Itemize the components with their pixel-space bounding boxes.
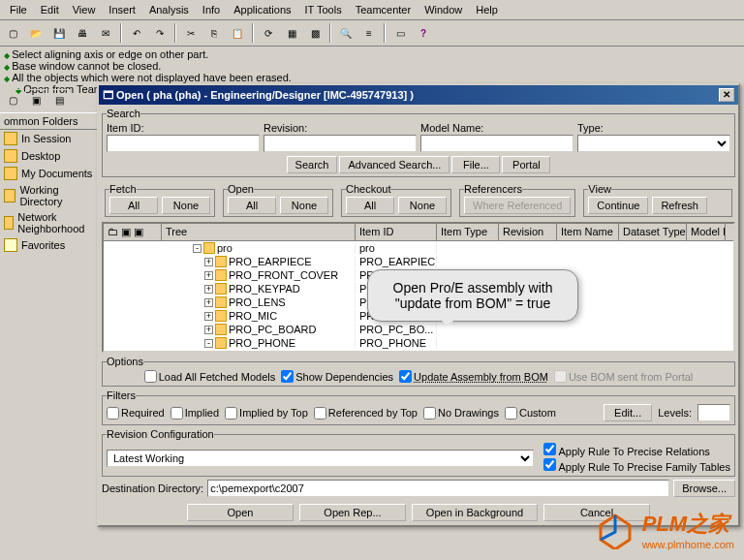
dialog-titlebar[interactable]: 🗔 Open ( pha (pha) - Engineering/Designe… xyxy=(99,85,738,105)
refresh-button[interactable]: Refresh xyxy=(652,197,707,214)
filter-custom[interactable]: Custom xyxy=(505,407,556,420)
portal-button[interactable]: Portal xyxy=(502,156,550,173)
search-button[interactable]: Search xyxy=(287,156,338,173)
use-bom-checkbox: Use BOM sent from Portal xyxy=(554,370,693,383)
file-button[interactable]: File... xyxy=(451,156,500,173)
sb-icon-3[interactable]: ▤ xyxy=(48,89,70,110)
search-icon[interactable]: 🔍 xyxy=(335,22,356,44)
col-item-id[interactable]: Item ID xyxy=(356,224,437,240)
filter-ref-top[interactable]: Referenced by Top xyxy=(314,407,418,420)
print-icon[interactable]: 🖶 xyxy=(72,22,93,44)
help-icon[interactable]: ? xyxy=(413,22,434,44)
menu-file[interactable]: File xyxy=(4,2,33,17)
type-select[interactable] xyxy=(577,135,730,152)
advanced-search-button[interactable]: Advanced Search... xyxy=(339,156,450,173)
fetch-group: FetchAllNone xyxy=(105,183,215,217)
tree-row[interactable]: +PRO_EARPIECEPRO_EARPIECE xyxy=(104,255,733,268)
filter-edit-button[interactable]: Edit... xyxy=(604,404,652,421)
menu-applications[interactable]: Applications xyxy=(228,2,296,17)
fetch-none-button[interactable]: None xyxy=(162,197,210,214)
sb-icon-2[interactable]: ▣ xyxy=(25,89,46,110)
undo-icon[interactable]: ↶ xyxy=(126,22,147,44)
open-button[interactable]: Open xyxy=(187,504,294,521)
update-bom-checkbox[interactable]: Update Assembly from BOM xyxy=(399,370,548,383)
sidebar-item-my-documents[interactable]: My Documents xyxy=(0,165,97,182)
menu-view[interactable]: View xyxy=(67,2,102,17)
view-group: ViewContinueRefresh xyxy=(583,183,732,217)
regen-icon[interactable]: ⟳ xyxy=(258,22,279,44)
open-icon[interactable]: 📂 xyxy=(25,22,46,44)
box-icon[interactable]: ▭ xyxy=(389,22,411,44)
sidebar-item-desktop[interactable]: Desktop xyxy=(0,147,97,165)
menu-edit[interactable]: Edit xyxy=(35,2,65,17)
col-model[interactable]: Model I xyxy=(687,224,726,240)
menu-window[interactable]: Window xyxy=(418,2,468,17)
browse-button[interactable]: Browse... xyxy=(673,480,735,497)
referencers-group: ReferencersWhere Referenced xyxy=(459,183,575,217)
cut-icon[interactable]: ✂ xyxy=(180,22,202,44)
sidebar-item-network[interactable]: Network Neighborhood xyxy=(0,209,97,236)
mail-icon[interactable]: ✉ xyxy=(95,22,116,44)
menu-it-tools[interactable]: IT Tools xyxy=(299,2,348,17)
tree-row[interactable]: -PRO_PHONE/APRO_PHONE xyxy=(104,350,733,353)
apply-family-tables-checkbox[interactable]: Apply Rule To Precise Family Tables xyxy=(543,458,730,473)
show-deps-checkbox[interactable]: Show Dependencies xyxy=(281,370,393,383)
apply-relations-checkbox[interactable]: Apply Rule To Precise Relations xyxy=(543,443,730,457)
layers-icon[interactable]: ≡ xyxy=(358,22,380,44)
new-icon[interactable]: ▢ xyxy=(2,22,23,44)
filter-no-drawings[interactable]: No Drawings xyxy=(423,407,499,420)
view1-icon[interactable]: ▦ xyxy=(281,22,302,44)
fetch-all-button[interactable]: All xyxy=(109,197,158,214)
col-item-type[interactable]: Item Type xyxy=(437,224,499,240)
search-group: Search Item ID: Revision: Model Name: Ty… xyxy=(102,108,735,177)
filter-required[interactable]: Required xyxy=(107,407,165,420)
revision-input[interactable] xyxy=(264,135,417,152)
revision-rule-select[interactable]: Latest Working xyxy=(107,450,534,467)
menu-insert[interactable]: Insert xyxy=(103,2,141,17)
view2-icon[interactable]: ▩ xyxy=(304,22,326,44)
filter-implied-top[interactable]: Implied by Top xyxy=(225,407,308,420)
save-icon[interactable]: 💾 xyxy=(48,22,70,44)
msg-2: Base window cannot be closed. xyxy=(4,60,740,72)
menu-teamcenter[interactable]: Teamcenter xyxy=(350,2,417,17)
checkout-none-button[interactable]: None xyxy=(398,197,447,214)
col-revision[interactable]: Revision xyxy=(499,224,557,240)
open-bg-button[interactable]: Open in Background xyxy=(412,504,538,521)
open-all-button[interactable]: All xyxy=(228,197,276,214)
annotation-callout: Open Pro/E assembly with "update from BO… xyxy=(367,269,578,322)
network-icon xyxy=(4,216,14,230)
model-name-input[interactable] xyxy=(420,135,574,152)
tree-row[interactable]: -propro xyxy=(104,241,733,255)
copy-icon[interactable]: ⎘ xyxy=(203,22,225,44)
sidebar-item-favorites[interactable]: Favorites xyxy=(0,236,97,254)
levels-input[interactable] xyxy=(698,404,730,421)
plm-logo-icon xyxy=(596,511,635,549)
load-all-checkbox[interactable]: Load All Fetched Models xyxy=(144,370,275,383)
open-none-button[interactable]: None xyxy=(280,197,328,214)
documents-icon xyxy=(4,167,17,180)
close-icon[interactable]: ✕ xyxy=(719,88,734,102)
menu-analysis[interactable]: Analysis xyxy=(143,2,195,17)
col-tree[interactable]: Tree xyxy=(162,224,356,240)
checkout-all-button[interactable]: All xyxy=(346,197,394,214)
dest-dir-input[interactable] xyxy=(207,480,669,497)
sidebar-item-working-directory[interactable]: Working Directory xyxy=(0,182,97,209)
redo-icon[interactable]: ↷ xyxy=(149,22,170,44)
col-dataset-type[interactable]: Dataset Type xyxy=(619,224,687,240)
item-id-input[interactable] xyxy=(107,135,260,152)
search-legend: Search xyxy=(107,108,140,119)
tree-row[interactable]: +PRO_PC_BOARDPRO_PC_BO... xyxy=(104,323,733,336)
open-rep-button[interactable]: Open Rep... xyxy=(299,504,406,521)
sidebar-item-in-session[interactable]: In Session xyxy=(0,130,97,147)
tree-row[interactable]: -PRO_PHONEPRO_PHONE xyxy=(104,336,733,350)
filter-implied[interactable]: Implied xyxy=(170,407,219,420)
continue-button[interactable]: Continue xyxy=(588,197,648,214)
menu-info[interactable]: Info xyxy=(197,2,226,17)
where-referenced-button[interactable]: Where Referenced xyxy=(464,197,571,214)
paste-icon[interactable]: 📋 xyxy=(227,22,248,44)
col-item-name[interactable]: Item Name xyxy=(557,224,619,240)
sb-icon-1[interactable]: ▢ xyxy=(2,89,23,110)
folder-sidebar: ▢ ▣ ▤ ommon Folders In Session Desktop M… xyxy=(0,87,97,254)
msg-3: All the objects which were not displayed… xyxy=(4,72,740,83)
menu-help[interactable]: Help xyxy=(470,2,504,17)
